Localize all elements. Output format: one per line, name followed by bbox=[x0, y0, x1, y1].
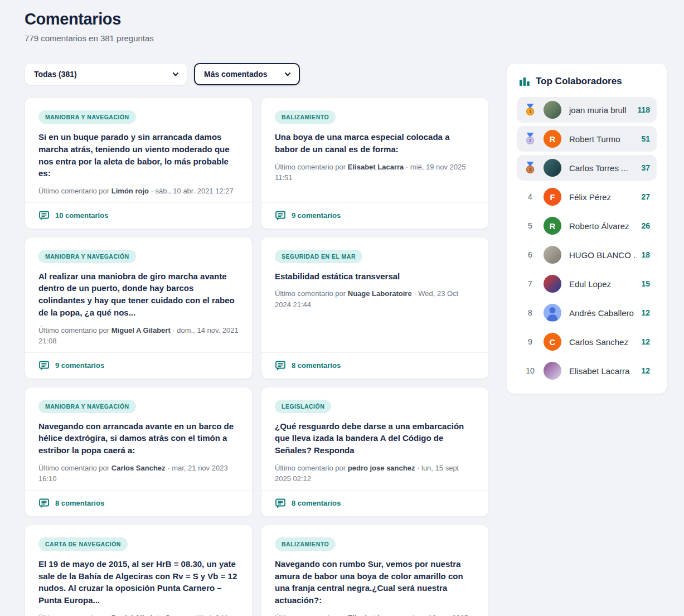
question-title[interactable]: Al realizar una maniobra de giro marcha … bbox=[38, 270, 239, 319]
contributor-row: 2 R Robert Turmo 51 bbox=[517, 126, 657, 152]
comment-icon bbox=[275, 498, 286, 509]
question-card[interactable]: MANIOBRA Y NAVEGACIÓN Al realizar una ma… bbox=[25, 237, 253, 379]
avatar bbox=[544, 246, 561, 264]
question-card[interactable]: SEGURIDAD EN EL MAR Estabilidad estática… bbox=[261, 237, 489, 379]
last-comment-meta: Último comentario por Daniel Albalate Cr… bbox=[38, 613, 239, 616]
contributor-count: 12 bbox=[641, 337, 650, 346]
question-title[interactable]: El 19 de mayo de 2015, al ser HrB = 08.3… bbox=[38, 558, 239, 607]
category-badge: MANIOBRA Y NAVEGACIÓN bbox=[38, 110, 136, 124]
comment-count[interactable]: 10 comentarios bbox=[55, 211, 108, 220]
chevron-down-icon bbox=[284, 70, 292, 78]
last-comment-author: Carlos Sanchez bbox=[111, 464, 166, 472]
filters-bar: Todas (381) Más comentados bbox=[25, 63, 489, 85]
avatar bbox=[544, 159, 561, 177]
last-comment-meta: Último comentario por Elisabet Lacarra ·… bbox=[275, 162, 475, 183]
contributor-rank: 4 bbox=[523, 192, 537, 201]
medal-gold-icon: 1 bbox=[525, 104, 535, 116]
card-footer: 8 comentarios bbox=[261, 490, 488, 516]
avatar bbox=[544, 101, 561, 119]
comment-count[interactable]: 9 comentarios bbox=[292, 211, 341, 220]
category-filter-select[interactable]: Todas (381) bbox=[25, 63, 187, 85]
avatar bbox=[544, 362, 561, 380]
question-title[interactable]: Si en un buque parado y sin arrancada da… bbox=[38, 131, 239, 180]
contributor-name: Félix Pérez bbox=[569, 192, 637, 202]
contributor-count: 12 bbox=[641, 308, 650, 317]
avatar: F bbox=[544, 188, 561, 206]
contributor-row: 5 R Roberto Álvarez 26 bbox=[517, 213, 657, 239]
page-title: Comentarios bbox=[25, 10, 667, 28]
contributor-name: Elisabet Lacarra bbox=[569, 366, 637, 376]
medal-silver-icon: 2 bbox=[525, 133, 535, 145]
question-card[interactable]: MANIOBRA Y NAVEGACIÓN Si en un buque par… bbox=[25, 98, 253, 229]
category-badge: BALIZAMIENTO bbox=[275, 110, 336, 124]
comment-icon bbox=[275, 210, 286, 221]
last-comment-author: Daniel Albalate Crespo bbox=[111, 614, 190, 616]
card-footer: 9 comentarios bbox=[261, 202, 488, 229]
comment-count[interactable]: 9 comentarios bbox=[55, 361, 104, 370]
avatar: C bbox=[544, 333, 561, 351]
sort-select[interactable]: Más comentados bbox=[194, 63, 300, 85]
person-icon bbox=[544, 304, 561, 322]
last-comment-meta: Último comentario por Elisabet Lacarra ·… bbox=[275, 613, 475, 616]
contributor-name: Edul Lopez bbox=[569, 279, 637, 289]
question-card[interactable]: BALIZAMIENTO Navegando con rumbo Sur, ve… bbox=[261, 525, 489, 616]
comment-count[interactable]: 8 comentarios bbox=[292, 499, 341, 507]
question-card[interactable]: LEGISLACIÓN ¿Qué resguardo debe darse a … bbox=[261, 387, 489, 517]
contributor-row: 8 Andrés Caballero 12 bbox=[517, 300, 657, 326]
top-contributors-header: Top Colaboradores bbox=[517, 76, 657, 87]
contributor-count: 18 bbox=[641, 250, 650, 259]
contributor-row: 7 Edul Lopez 15 bbox=[517, 271, 657, 297]
contributor-name: HUGO BLANCO ... bbox=[569, 250, 637, 260]
contributor-count: 27 bbox=[641, 192, 650, 201]
category-badge: CARTA DE NAVEGACIÓN bbox=[38, 537, 128, 551]
comments-column: Todas (381) Más comentados MANIOBRA Y NA… bbox=[25, 63, 489, 616]
contributor-name: Carlos Sanchez bbox=[569, 337, 637, 347]
contributor-rank: 6 bbox=[523, 250, 537, 259]
top-contributors-panel: Top Colaboradores 1 joan muria brull 118… bbox=[506, 63, 667, 394]
contributor-count: 26 bbox=[641, 221, 650, 230]
last-comment-meta: Último comentario por Limón rojo · sáb.,… bbox=[38, 186, 239, 197]
contributor-row: 3 Carlos Torres ... 37 bbox=[517, 155, 657, 181]
comment-count[interactable]: 8 comentarios bbox=[55, 499, 104, 507]
contributor-row: 4 F Félix Pérez 27 bbox=[517, 184, 657, 210]
question-title[interactable]: ¿Qué resguardo debe darse a una embarcac… bbox=[275, 420, 475, 457]
contributor-name: Carlos Torres ... bbox=[569, 163, 637, 173]
question-card[interactable]: CARTA DE NAVEGACIÓN El 19 de mayo de 201… bbox=[25, 525, 253, 616]
question-card[interactable]: BALIZAMIENTO Una boya de una marca espec… bbox=[261, 98, 489, 229]
contributor-rank: 7 bbox=[523, 279, 537, 288]
sort-select-value: Más comentados bbox=[204, 70, 268, 79]
contributor-count: 12 bbox=[641, 366, 650, 375]
contributor-rank: 5 bbox=[523, 221, 537, 230]
contributor-count: 15 bbox=[641, 279, 650, 288]
contributor-row: 9 C Carlos Sanchez 12 bbox=[517, 329, 657, 355]
last-comment-author: Nuage Laboratoire bbox=[348, 289, 412, 298]
last-comment-meta: Último comentario por Carlos Sanchez · m… bbox=[38, 463, 239, 484]
card-footer: 10 comentarios bbox=[25, 202, 252, 229]
page-subtitle: 779 comentarios en 381 preguntas bbox=[25, 33, 667, 43]
contributor-row: 1 joan muria brull 118 bbox=[517, 97, 657, 123]
category-badge: MANIOBRA Y NAVEGACIÓN bbox=[38, 400, 136, 413]
contributor-rank: 10 bbox=[523, 366, 537, 375]
card-footer: 8 comentarios bbox=[261, 352, 488, 379]
comment-icon bbox=[275, 360, 286, 371]
comment-count[interactable]: 8 comentarios bbox=[292, 361, 341, 370]
contributor-count: 51 bbox=[641, 134, 650, 143]
last-comment-meta: Último comentario por Miguel A Gilabert … bbox=[38, 325, 239, 347]
category-badge: SEGURIDAD EN EL MAR bbox=[275, 250, 362, 263]
medal-bronze-icon: 3 bbox=[525, 162, 535, 174]
question-title[interactable]: Una boya de una marca especial colocada … bbox=[275, 131, 475, 156]
comments-page: Comentarios 779 comentarios en 381 pregu… bbox=[0, 0, 684, 616]
last-comment-author: pedro jose sanchez bbox=[348, 464, 415, 472]
question-title[interactable]: Estabilidad estática transversal bbox=[275, 270, 475, 283]
question-cards-grid: MANIOBRA Y NAVEGACIÓN Si en un buque par… bbox=[25, 98, 489, 616]
top-contributors-title: Top Colaboradores bbox=[536, 76, 622, 87]
contributor-name: Robert Turmo bbox=[569, 134, 637, 144]
comment-icon bbox=[38, 498, 50, 509]
question-title[interactable]: Navegando con arrancada avante en un bar… bbox=[38, 420, 239, 457]
question-title[interactable]: Navegando con rumbo Sur, vemos por nuest… bbox=[275, 558, 475, 607]
question-card[interactable]: MANIOBRA Y NAVEGACIÓN Navegando con arra… bbox=[25, 387, 253, 517]
contributor-count: 118 bbox=[637, 105, 650, 114]
category-filter-value: Todas (381) bbox=[34, 70, 77, 79]
category-badge: BALIZAMIENTO bbox=[275, 537, 336, 551]
last-comment-author: Miguel A Gilabert bbox=[111, 326, 171, 334]
